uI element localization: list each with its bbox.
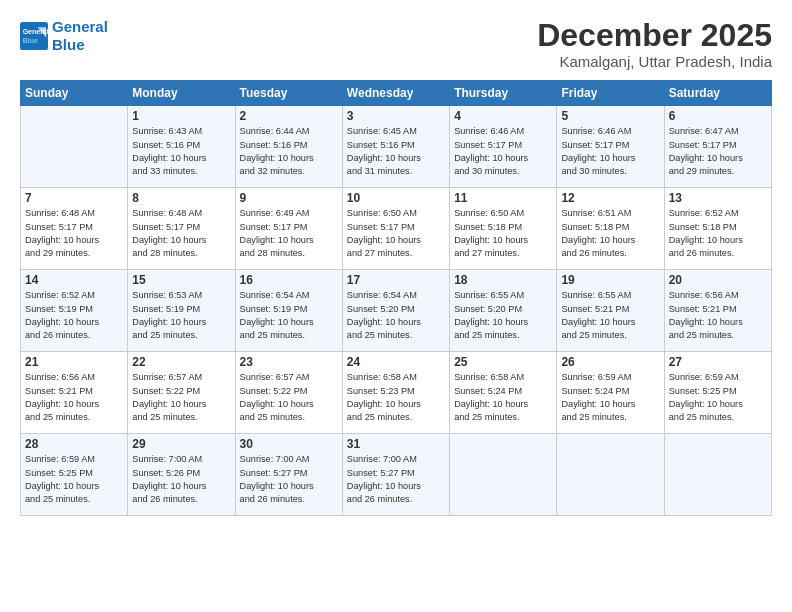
- calendar-cell: 31Sunrise: 7:00 AM Sunset: 5:27 PM Dayli…: [342, 434, 449, 516]
- calendar-week-1: 1Sunrise: 6:43 AM Sunset: 5:16 PM Daylig…: [21, 106, 772, 188]
- calendar-cell: 10Sunrise: 6:50 AM Sunset: 5:17 PM Dayli…: [342, 188, 449, 270]
- calendar-cell: 19Sunrise: 6:55 AM Sunset: 5:21 PM Dayli…: [557, 270, 664, 352]
- day-info: Sunrise: 6:50 AM Sunset: 5:17 PM Dayligh…: [347, 207, 445, 260]
- day-info: Sunrise: 6:56 AM Sunset: 5:21 PM Dayligh…: [669, 289, 767, 342]
- calendar-cell: [450, 434, 557, 516]
- page: General Blue General Blue December 2025 …: [0, 0, 792, 612]
- day-number: 15: [132, 273, 230, 287]
- calendar-body: 1Sunrise: 6:43 AM Sunset: 5:16 PM Daylig…: [21, 106, 772, 516]
- calendar-cell: 14Sunrise: 6:52 AM Sunset: 5:19 PM Dayli…: [21, 270, 128, 352]
- day-number: 13: [669, 191, 767, 205]
- day-info: Sunrise: 6:57 AM Sunset: 5:22 PM Dayligh…: [240, 371, 338, 424]
- day-number: 26: [561, 355, 659, 369]
- calendar-cell: 6Sunrise: 6:47 AM Sunset: 5:17 PM Daylig…: [664, 106, 771, 188]
- day-number: 21: [25, 355, 123, 369]
- calendar-cell: 15Sunrise: 6:53 AM Sunset: 5:19 PM Dayli…: [128, 270, 235, 352]
- month-title: December 2025: [537, 18, 772, 53]
- day-info: Sunrise: 6:43 AM Sunset: 5:16 PM Dayligh…: [132, 125, 230, 178]
- day-info: Sunrise: 6:55 AM Sunset: 5:20 PM Dayligh…: [454, 289, 552, 342]
- calendar-table: Sunday Monday Tuesday Wednesday Thursday…: [20, 80, 772, 516]
- col-tuesday: Tuesday: [235, 81, 342, 106]
- calendar-cell: 4Sunrise: 6:46 AM Sunset: 5:17 PM Daylig…: [450, 106, 557, 188]
- calendar-cell: [21, 106, 128, 188]
- calendar-cell: 11Sunrise: 6:50 AM Sunset: 5:18 PM Dayli…: [450, 188, 557, 270]
- day-info: Sunrise: 7:00 AM Sunset: 5:27 PM Dayligh…: [240, 453, 338, 506]
- day-info: Sunrise: 6:46 AM Sunset: 5:17 PM Dayligh…: [454, 125, 552, 178]
- calendar-cell: 2Sunrise: 6:44 AM Sunset: 5:16 PM Daylig…: [235, 106, 342, 188]
- col-thursday: Thursday: [450, 81, 557, 106]
- logo-icon: General Blue: [20, 22, 48, 50]
- day-number: 9: [240, 191, 338, 205]
- svg-text:Blue: Blue: [23, 37, 38, 44]
- day-number: 12: [561, 191, 659, 205]
- day-info: Sunrise: 7:00 AM Sunset: 5:27 PM Dayligh…: [347, 453, 445, 506]
- calendar-cell: 27Sunrise: 6:59 AM Sunset: 5:25 PM Dayli…: [664, 352, 771, 434]
- calendar-cell: 3Sunrise: 6:45 AM Sunset: 5:16 PM Daylig…: [342, 106, 449, 188]
- day-info: Sunrise: 6:52 AM Sunset: 5:18 PM Dayligh…: [669, 207, 767, 260]
- day-info: Sunrise: 6:48 AM Sunset: 5:17 PM Dayligh…: [25, 207, 123, 260]
- calendar-cell: 28Sunrise: 6:59 AM Sunset: 5:25 PM Dayli…: [21, 434, 128, 516]
- calendar-week-5: 28Sunrise: 6:59 AM Sunset: 5:25 PM Dayli…: [21, 434, 772, 516]
- day-info: Sunrise: 6:52 AM Sunset: 5:19 PM Dayligh…: [25, 289, 123, 342]
- calendar-cell: 5Sunrise: 6:46 AM Sunset: 5:17 PM Daylig…: [557, 106, 664, 188]
- day-number: 10: [347, 191, 445, 205]
- day-info: Sunrise: 6:49 AM Sunset: 5:17 PM Dayligh…: [240, 207, 338, 260]
- day-number: 29: [132, 437, 230, 451]
- calendar-week-4: 21Sunrise: 6:56 AM Sunset: 5:21 PM Dayli…: [21, 352, 772, 434]
- calendar-cell: 7Sunrise: 6:48 AM Sunset: 5:17 PM Daylig…: [21, 188, 128, 270]
- day-number: 4: [454, 109, 552, 123]
- day-info: Sunrise: 6:56 AM Sunset: 5:21 PM Dayligh…: [25, 371, 123, 424]
- day-info: Sunrise: 6:47 AM Sunset: 5:17 PM Dayligh…: [669, 125, 767, 178]
- day-number: 20: [669, 273, 767, 287]
- calendar-cell: 16Sunrise: 6:54 AM Sunset: 5:19 PM Dayli…: [235, 270, 342, 352]
- day-number: 8: [132, 191, 230, 205]
- location-subtitle: Kamalganj, Uttar Pradesh, India: [537, 53, 772, 70]
- svg-rect-0: [20, 22, 48, 50]
- calendar-cell: 13Sunrise: 6:52 AM Sunset: 5:18 PM Dayli…: [664, 188, 771, 270]
- logo: General Blue General Blue: [20, 18, 108, 54]
- calendar-cell: 12Sunrise: 6:51 AM Sunset: 5:18 PM Dayli…: [557, 188, 664, 270]
- day-number: 24: [347, 355, 445, 369]
- day-number: 25: [454, 355, 552, 369]
- day-info: Sunrise: 6:48 AM Sunset: 5:17 PM Dayligh…: [132, 207, 230, 260]
- day-number: 22: [132, 355, 230, 369]
- day-number: 18: [454, 273, 552, 287]
- calendar-cell: 24Sunrise: 6:58 AM Sunset: 5:23 PM Dayli…: [342, 352, 449, 434]
- day-number: 31: [347, 437, 445, 451]
- day-info: Sunrise: 6:51 AM Sunset: 5:18 PM Dayligh…: [561, 207, 659, 260]
- day-number: 27: [669, 355, 767, 369]
- calendar-cell: [664, 434, 771, 516]
- svg-text:General: General: [23, 28, 48, 35]
- calendar-cell: 25Sunrise: 6:58 AM Sunset: 5:24 PM Dayli…: [450, 352, 557, 434]
- day-info: Sunrise: 6:45 AM Sunset: 5:16 PM Dayligh…: [347, 125, 445, 178]
- day-info: Sunrise: 6:59 AM Sunset: 5:25 PM Dayligh…: [669, 371, 767, 424]
- day-info: Sunrise: 6:46 AM Sunset: 5:17 PM Dayligh…: [561, 125, 659, 178]
- calendar-cell: [557, 434, 664, 516]
- day-number: 3: [347, 109, 445, 123]
- logo-line1: General: [52, 18, 108, 35]
- day-info: Sunrise: 7:00 AM Sunset: 5:26 PM Dayligh…: [132, 453, 230, 506]
- calendar-cell: 20Sunrise: 6:56 AM Sunset: 5:21 PM Dayli…: [664, 270, 771, 352]
- day-number: 2: [240, 109, 338, 123]
- day-number: 19: [561, 273, 659, 287]
- calendar-cell: 26Sunrise: 6:59 AM Sunset: 5:24 PM Dayli…: [557, 352, 664, 434]
- day-number: 11: [454, 191, 552, 205]
- calendar-week-2: 7Sunrise: 6:48 AM Sunset: 5:17 PM Daylig…: [21, 188, 772, 270]
- day-info: Sunrise: 6:54 AM Sunset: 5:20 PM Dayligh…: [347, 289, 445, 342]
- day-info: Sunrise: 6:55 AM Sunset: 5:21 PM Dayligh…: [561, 289, 659, 342]
- calendar-cell: 17Sunrise: 6:54 AM Sunset: 5:20 PM Dayli…: [342, 270, 449, 352]
- col-monday: Monday: [128, 81, 235, 106]
- logo-text: General Blue: [52, 18, 108, 54]
- day-number: 1: [132, 109, 230, 123]
- day-info: Sunrise: 6:57 AM Sunset: 5:22 PM Dayligh…: [132, 371, 230, 424]
- calendar-cell: 9Sunrise: 6:49 AM Sunset: 5:17 PM Daylig…: [235, 188, 342, 270]
- col-sunday: Sunday: [21, 81, 128, 106]
- calendar-cell: 21Sunrise: 6:56 AM Sunset: 5:21 PM Dayli…: [21, 352, 128, 434]
- header-row: Sunday Monday Tuesday Wednesday Thursday…: [21, 81, 772, 106]
- day-info: Sunrise: 6:50 AM Sunset: 5:18 PM Dayligh…: [454, 207, 552, 260]
- day-info: Sunrise: 6:44 AM Sunset: 5:16 PM Dayligh…: [240, 125, 338, 178]
- calendar-header: Sunday Monday Tuesday Wednesday Thursday…: [21, 81, 772, 106]
- calendar-cell: 22Sunrise: 6:57 AM Sunset: 5:22 PM Dayli…: [128, 352, 235, 434]
- header: General Blue General Blue December 2025 …: [20, 18, 772, 70]
- calendar-cell: 23Sunrise: 6:57 AM Sunset: 5:22 PM Dayli…: [235, 352, 342, 434]
